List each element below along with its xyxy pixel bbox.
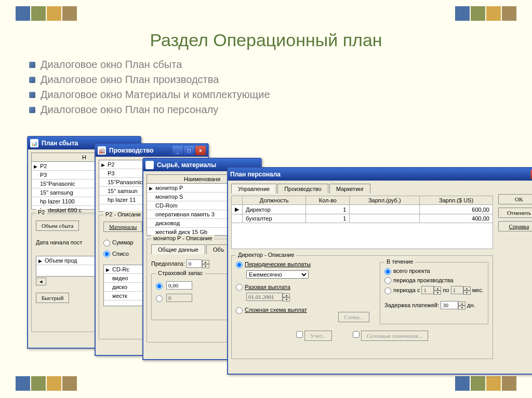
- list-label: Списо: [112, 251, 129, 257]
- window-personnel: План персонала × Управление Производство…: [227, 167, 532, 375]
- bullet-icon: [29, 77, 35, 83]
- list-item[interactable]: P3: [108, 170, 114, 176]
- bullet-item: Диалоговое окно План по персоналу: [41, 104, 218, 116]
- window-title: Сырьё, материалы: [157, 161, 216, 169]
- season-check[interactable]: [353, 331, 360, 338]
- stock-val1[interactable]: [166, 281, 192, 290]
- once-label: Разовая выплата: [245, 284, 290, 290]
- list-item[interactable]: дисковод: [155, 220, 180, 226]
- deco-top-left: [16, 6, 77, 22]
- periodic-label: Периодические выплаты: [245, 261, 311, 267]
- mat-row[interactable]: жестк: [112, 293, 127, 299]
- complex-label: Сложная схема выплат: [245, 307, 307, 313]
- desc-group-title: Директор - Описание: [236, 252, 296, 258]
- app-icon: ⚙: [145, 161, 154, 169]
- list-item[interactable]: монитор S: [155, 194, 183, 200]
- bullet-icon: [29, 92, 35, 98]
- group-title: P2 - Описани: [103, 211, 143, 217]
- frequency-select[interactable]: Ежемесячно: [246, 270, 309, 279]
- bullet-icon: [29, 62, 35, 68]
- month-label: мес.: [472, 287, 484, 293]
- stock-radio-1[interactable]: [156, 283, 163, 290]
- list-item[interactable]: hp lazer 1100: [40, 198, 75, 204]
- slide-title: Раздел Операционный план: [0, 30, 532, 50]
- tab-management[interactable]: Управление: [231, 184, 276, 194]
- acct-button: Учет...: [304, 331, 331, 341]
- mat-row[interactable]: CD-Rс: [112, 266, 129, 272]
- list-item[interactable]: 15" samsung: [40, 189, 73, 196]
- list-item[interactable]: P2: [108, 161, 114, 168]
- list-item[interactable]: 15"Panasonic: [40, 181, 75, 187]
- list-item[interactable]: P3: [40, 172, 47, 178]
- cancel-button[interactable]: Отменить: [498, 208, 532, 218]
- prod-label: периода производства: [393, 277, 454, 283]
- periodic-radio[interactable]: [236, 262, 243, 268]
- group-title: P2: [36, 209, 47, 215]
- bullet-list: Диалоговое окно План сбыта Диалоговое ок…: [29, 59, 532, 116]
- custom-period-radio[interactable]: [384, 287, 391, 294]
- screenshot-area: 📊 План сбыта Н P2 P3 15"Panasonic 15" sa…: [27, 136, 505, 385]
- list-item[interactable]: P2: [40, 163, 47, 169]
- tab-general[interactable]: Общие данные: [151, 244, 205, 254]
- stock-label: Страховой запас: [156, 270, 205, 276]
- tab-marketing[interactable]: Маркетинг: [329, 184, 370, 194]
- ok-button[interactable]: OK: [498, 194, 532, 204]
- complex-radio[interactable]: [236, 307, 243, 314]
- spin-down[interactable]: ▾: [202, 264, 209, 268]
- scheme-button: Схема...: [338, 312, 369, 322]
- titlebar[interactable]: 🏭 Производство _ □ ×: [96, 144, 208, 157]
- volume-button[interactable]: Объем сбыта: [36, 221, 79, 231]
- materials-tab[interactable]: Материалы: [103, 222, 142, 232]
- summary-radio[interactable]: [103, 240, 110, 246]
- days-label: дн.: [467, 302, 475, 308]
- scroll-left[interactable]: ◂: [36, 278, 46, 285]
- list-item[interactable]: 15" samsun: [108, 188, 138, 194]
- titlebar[interactable]: План персонала ×: [228, 168, 532, 181]
- quick-button[interactable]: Быстрый: [36, 293, 69, 303]
- prepay-label: Предоплата:: [151, 260, 185, 267]
- deco-top-right: [455, 6, 516, 22]
- list-item[interactable]: оперативная память 3: [155, 211, 215, 217]
- spin-up[interactable]: ▴: [202, 260, 209, 264]
- window-title: План сбыта: [42, 140, 78, 147]
- acct-check[interactable]: [296, 331, 303, 338]
- production-period-radio[interactable]: [384, 277, 391, 284]
- bullet-item: Диалоговое окно План производства: [41, 74, 219, 86]
- to-input: [451, 286, 463, 294]
- table-row: бухгалтер1400,00: [232, 214, 493, 223]
- maximize-button[interactable]: □: [184, 146, 194, 155]
- close-button[interactable]: ×: [195, 146, 206, 155]
- spin-up[interactable]: ▴: [283, 293, 290, 297]
- bullet-icon: [29, 107, 35, 113]
- from-label: периода с: [393, 287, 420, 293]
- list-item[interactable]: монитор P: [155, 185, 183, 191]
- summary-label: Суммар: [112, 239, 134, 245]
- minimize-button[interactable]: _: [172, 146, 183, 155]
- to-label: по: [443, 287, 449, 293]
- help-button[interactable]: Справка: [498, 221, 532, 231]
- volume-row[interactable]: Объем прод: [45, 257, 77, 264]
- all-project-radio[interactable]: [384, 268, 391, 275]
- app-icon: 📊: [30, 139, 38, 147]
- list-item[interactable]: 15"Panasonic: [108, 179, 143, 185]
- list-item[interactable]: CD-Rom: [155, 202, 178, 209]
- stock-radio-2[interactable]: [156, 295, 163, 302]
- season-button: Сезонные изменения...: [361, 331, 428, 341]
- stock-val2: [166, 294, 192, 302]
- mat-row[interactable]: видео: [112, 275, 128, 281]
- list-radio[interactable]: [103, 251, 110, 257]
- app-icon: 🏭: [98, 146, 106, 155]
- date-input: [246, 293, 283, 301]
- list-item[interactable]: жесткий диск 15 Gb: [155, 229, 207, 235]
- prepay-input[interactable]: [187, 259, 202, 268]
- delay-input[interactable]: [441, 301, 458, 309]
- list-item[interactable]: hp lazer 11: [108, 197, 136, 203]
- spin-down[interactable]: ▾: [283, 297, 290, 301]
- mat-row[interactable]: диско: [112, 284, 127, 290]
- personnel-table[interactable]: ДолжностьКол-воЗарпл.(руб.)Зарпл.($ US) …: [231, 196, 493, 249]
- once-radio[interactable]: [236, 284, 243, 291]
- duration-label: В течение: [384, 258, 415, 265]
- all-label: всего проекта: [393, 268, 430, 274]
- tab-production[interactable]: Производство: [277, 184, 328, 194]
- group-title: монитор P - Описание: [151, 235, 215, 241]
